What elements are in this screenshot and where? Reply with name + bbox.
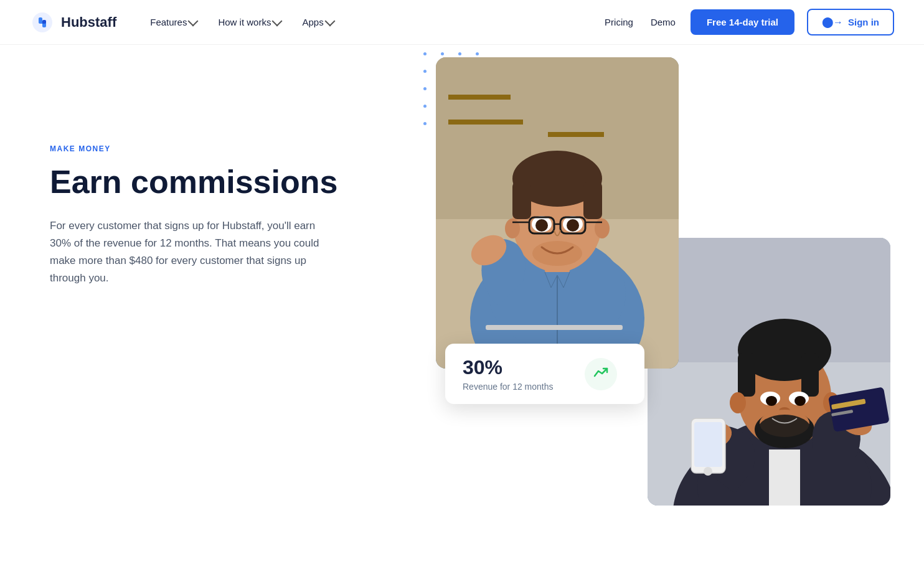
hero-label: MAKE MONEY	[50, 144, 374, 153]
stat-label: Revenue for 12 months	[463, 382, 554, 392]
svg-rect-4	[548, 132, 604, 137]
signin-icon: ⬤→	[822, 16, 843, 28]
logo-icon	[30, 10, 55, 35]
person1-illustration	[436, 57, 679, 369]
nav-features[interactable]: Features	[141, 12, 205, 32]
svg-rect-35	[738, 353, 755, 397]
hero-title: Earn commissions	[50, 164, 374, 200]
svg-rect-3	[448, 95, 511, 100]
person2-illustration	[648, 238, 890, 506]
stat-number: 30%	[463, 356, 554, 379]
nav-pricing[interactable]: Pricing	[602, 12, 636, 32]
svg-rect-2	[448, 120, 523, 125]
hero-images: 30% Revenue for 12 months	[374, 45, 924, 574]
trending-up-icon	[592, 364, 610, 385]
svg-point-42	[794, 396, 806, 406]
svg-rect-10	[512, 182, 531, 219]
svg-point-23	[532, 241, 582, 266]
svg-rect-11	[583, 182, 602, 219]
stat-info: 30% Revenue for 12 months	[463, 356, 554, 392]
svg-point-37	[730, 392, 746, 413]
hero-description: For every customer that signs up for Hub…	[50, 217, 336, 287]
svg-point-46	[757, 415, 812, 447]
stat-card: 30% Revenue for 12 months	[445, 344, 644, 404]
hero-content: MAKE MONEY Earn commissions For every cu…	[50, 45, 374, 287]
signin-button[interactable]: ⬤→ Sign in	[807, 9, 894, 35]
hero-image-person1	[436, 57, 679, 369]
svg-point-41	[766, 396, 777, 406]
logo-text: Hubstaff	[61, 14, 116, 31]
svg-point-50	[704, 467, 712, 476]
svg-rect-49	[694, 422, 722, 467]
svg-rect-31	[769, 449, 800, 506]
svg-point-17	[567, 219, 579, 232]
chevron-down-icon	[272, 16, 283, 27]
nav-right: Pricing Demo Free 14-day trial ⬤→ Sign i…	[602, 9, 894, 35]
nav-apps[interactable]: Apps	[293, 12, 342, 32]
nav-how-it-works[interactable]: How it works	[209, 12, 290, 32]
nav-demo[interactable]: Demo	[648, 12, 678, 32]
chevron-down-icon	[324, 16, 335, 27]
navbar: Hubstaff Features How it works Apps Pric…	[0, 0, 924, 45]
hero-section: MAKE MONEY Earn commissions For every cu…	[0, 45, 924, 574]
logo-link[interactable]: Hubstaff	[30, 10, 116, 35]
chevron-down-icon	[188, 16, 199, 27]
nav-links: Features How it works Apps	[141, 12, 602, 32]
stat-icon-circle	[585, 358, 617, 390]
free-trial-button[interactable]: Free 14-day trial	[691, 9, 794, 35]
svg-rect-26	[486, 325, 623, 330]
svg-rect-36	[801, 353, 819, 397]
hero-image-person2	[648, 238, 890, 506]
svg-point-16	[535, 219, 548, 232]
